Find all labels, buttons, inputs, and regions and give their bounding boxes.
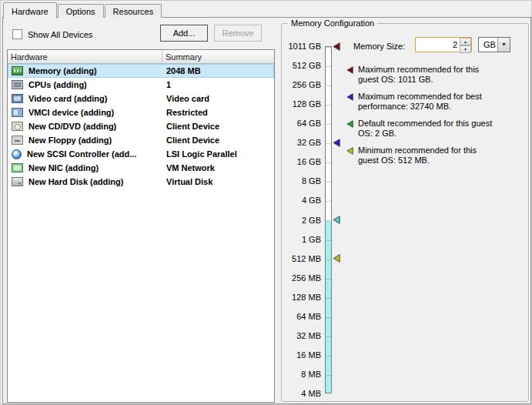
- video-icon: [12, 94, 23, 103]
- column-header-hardware[interactable]: Hardware: [8, 50, 162, 63]
- device-name: New SCSI Controller (add...: [27, 149, 136, 159]
- spinner-control: ▲ ▼: [460, 38, 471, 52]
- scale-label: 2 GB: [282, 216, 321, 225]
- device-hardware-cell: New NIC (adding): [8, 163, 162, 172]
- device-hardware-cell: CPUs (adding): [8, 80, 162, 89]
- scale-label: 256 GB: [282, 80, 321, 89]
- memory-icon: [12, 66, 23, 75]
- spin-down-icon[interactable]: ▼: [460, 45, 471, 53]
- scale-label: 64 MB: [282, 312, 321, 321]
- column-header-summary[interactable]: Summary: [162, 50, 274, 63]
- device-name: CPUs (adding): [28, 80, 87, 89]
- device-row[interactable]: Video card (adding)Video card: [8, 92, 274, 105]
- scale-label: 32 GB: [282, 138, 321, 147]
- device-row[interactable]: Memory (adding)2048 MB: [8, 64, 274, 78]
- device-summary: Video card: [162, 94, 274, 103]
- note-triangle-icon: [346, 66, 353, 74]
- device-hardware-cell: Memory (adding): [8, 66, 162, 75]
- memory-size-label: Memory Size:: [353, 42, 405, 51]
- device-row[interactable]: New SCSI Controller (add...LSI Logic Par…: [8, 147, 274, 161]
- memory-unit-dropdown[interactable]: GB ▼: [478, 37, 510, 52]
- memory-slider-fill: [326, 221, 331, 393]
- device-row[interactable]: New CD/DVD (adding)Client Device: [8, 119, 274, 133]
- scale-label: 16 GB: [282, 157, 321, 166]
- cpu-icon: [12, 80, 23, 89]
- device-summary: VM Network: [162, 163, 274, 172]
- memory-note: Maximum recommended for this guest OS: 1…: [346, 65, 519, 85]
- device-hardware-cell: New CD/DVD (adding): [8, 122, 162, 131]
- device-name: Video card (adding): [28, 94, 107, 103]
- device-summary: Virtual Disk: [162, 177, 274, 186]
- device-summary: 2048 MB: [162, 66, 274, 75]
- device-hardware-cell: New Floppy (adding): [8, 136, 162, 145]
- device-row[interactable]: CPUs (adding)1: [8, 78, 274, 92]
- device-summary: Client Device: [162, 136, 274, 145]
- show-all-devices-label: Show All Devices: [28, 30, 92, 39]
- vmci-icon: [12, 108, 23, 117]
- note-triangle-icon: [346, 93, 353, 101]
- device-summary: Restricted: [162, 108, 274, 117]
- device-hardware-cell: New SCSI Controller (add...: [8, 149, 162, 159]
- device-table: Hardware Summary Memory (adding)2048 MBC…: [7, 49, 275, 403]
- cd-icon: [12, 122, 23, 131]
- scale-label: 1011 GB: [282, 42, 321, 51]
- hardware-tab-panel: Show All Devices Add... Remove Hardware …: [2, 17, 531, 404]
- scale-label: 128 MB: [282, 293, 321, 302]
- device-name: New Hard Disk (adding): [28, 177, 123, 186]
- memory-size-value[interactable]: 2: [416, 38, 460, 52]
- device-table-body: Memory (adding)2048 MBCPUs (adding)1Vide…: [8, 64, 274, 189]
- remove-button[interactable]: Remove: [214, 25, 262, 42]
- note-text: Maximum recommended for best performance…: [358, 92, 494, 112]
- memory-note: Maximum recommended for best performance…: [346, 92, 519, 112]
- disk-icon: [12, 177, 23, 186]
- scale-label: 8 GB: [282, 176, 321, 186]
- device-hardware-cell: Video card (adding): [8, 94, 162, 103]
- scale-label: 1 GB: [282, 235, 321, 244]
- device-row[interactable]: New NIC (adding)VM Network: [8, 161, 274, 175]
- device-name: New Floppy (adding): [28, 136, 112, 145]
- device-name: New NIC (adding): [28, 163, 99, 172]
- add-button[interactable]: Add...: [160, 25, 208, 42]
- note-text: Maximum recommended for this guest OS: 1…: [358, 65, 494, 85]
- show-all-devices-checkbox[interactable]: [12, 29, 22, 39]
- memory-note: Default recommended for this guest OS: 2…: [346, 119, 519, 139]
- nic-icon: [12, 163, 23, 172]
- memory-unit-value: GB: [479, 38, 497, 52]
- best-performance-marker: [333, 139, 340, 147]
- scale-label: 512 MB: [282, 254, 321, 263]
- device-name: Memory (adding): [28, 66, 97, 75]
- device-row[interactable]: VMCI device (adding)Restricted: [8, 105, 274, 119]
- device-name: VMCI device (adding): [28, 108, 114, 117]
- scale-label: 32 MB: [282, 331, 321, 340]
- scale-label: 4 GB: [282, 196, 321, 205]
- memory-slider-track[interactable]: [325, 46, 332, 393]
- scale-label: 512 GB: [282, 61, 321, 70]
- memory-note: Minimum recommended for this guest OS: 5…: [346, 146, 519, 166]
- device-row[interactable]: New Hard Disk (adding)Virtual Disk: [8, 175, 274, 189]
- min-guest-os-marker: [333, 254, 340, 263]
- device-summary: 1: [162, 80, 274, 89]
- scale-label: 128 GB: [282, 99, 321, 109]
- tab-resources[interactable]: Resources: [105, 4, 162, 18]
- device-summary: Client Device: [162, 122, 274, 131]
- device-hardware-cell: New Hard Disk (adding): [8, 177, 162, 186]
- memory-slider-thumb[interactable]: [333, 216, 340, 224]
- scale-label: 256 MB: [282, 273, 321, 283]
- device-row[interactable]: New Floppy (adding)Client Device: [8, 133, 274, 147]
- scale-label: 4 MB: [282, 389, 321, 398]
- device-summary: LSI Logic Parallel: [162, 149, 274, 159]
- tab-options[interactable]: Options: [58, 4, 104, 18]
- note-triangle-icon: [346, 120, 353, 128]
- group-title: Memory Configuration: [288, 18, 377, 28]
- tab-bar: HardwareOptionsResources: [3, 2, 162, 18]
- spin-up-icon[interactable]: ▲: [460, 38, 471, 45]
- show-all-devices[interactable]: Show All Devices: [12, 29, 92, 39]
- memory-size-input[interactable]: 2 ▲ ▼: [415, 37, 472, 52]
- device-hardware-cell: VMCI device (adding): [8, 108, 162, 117]
- memory-configuration-group: Memory Configuration 1011 GB512 GB256 GB…: [281, 23, 529, 402]
- vm-settings-dialog: HardwareOptionsResources Show All Device…: [0, 0, 532, 405]
- tab-hardware[interactable]: Hardware: [3, 2, 57, 18]
- dropdown-arrow-icon[interactable]: ▼: [497, 38, 510, 52]
- floppy-icon: [12, 136, 23, 145]
- note-triangle-icon: [346, 147, 353, 155]
